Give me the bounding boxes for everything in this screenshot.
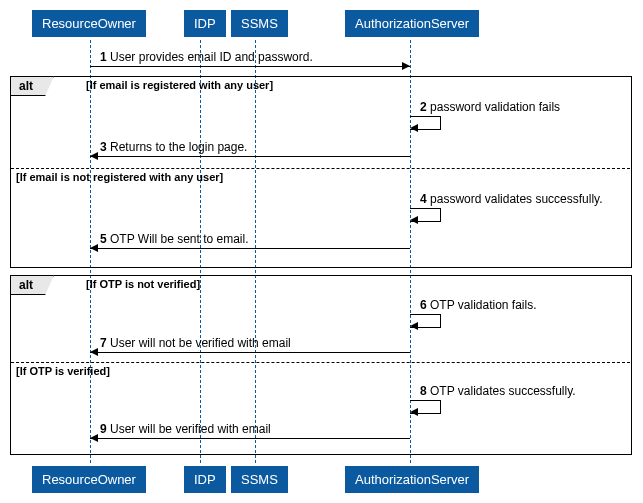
message-9-num: 9 bbox=[100, 422, 107, 436]
arrowhead-6 bbox=[410, 322, 418, 330]
message-8: 8 OTP validates successfully. bbox=[420, 384, 576, 398]
participant-ssms-top: SSMS bbox=[231, 10, 288, 37]
message-6-num: 6 bbox=[420, 298, 427, 312]
arrowhead-8 bbox=[410, 408, 418, 416]
arrow-7 bbox=[90, 352, 410, 353]
message-5: 5 OTP Will be sent to email. bbox=[100, 232, 249, 246]
participant-idp-top: IDP bbox=[184, 10, 226, 37]
participant-resourceowner-top: ResourceOwner bbox=[32, 10, 146, 37]
arrowhead-3 bbox=[90, 152, 98, 160]
message-2-text: password validation fails bbox=[430, 100, 560, 114]
message-7-num: 7 bbox=[100, 336, 107, 350]
arrow-1 bbox=[90, 66, 410, 67]
arrowhead-5 bbox=[90, 244, 98, 252]
guard-2a: [If OTP is not verified] bbox=[86, 278, 200, 290]
message-2: 2 password validation fails bbox=[420, 100, 560, 114]
alt-divider-1 bbox=[11, 168, 630, 169]
message-6: 6 OTP validation fails. bbox=[420, 298, 537, 312]
message-2-num: 2 bbox=[420, 100, 427, 114]
message-7-text: User will not be verified with email bbox=[110, 336, 291, 350]
participant-authorizationserver-bottom: AuthorizationServer bbox=[345, 466, 479, 493]
message-3-num: 3 bbox=[100, 140, 107, 154]
arrowhead-1 bbox=[402, 62, 410, 70]
message-4-text: password validates successfully. bbox=[430, 192, 603, 206]
participant-idp-bottom: IDP bbox=[184, 466, 226, 493]
arrowhead-2 bbox=[410, 124, 418, 132]
message-4: 4 password validates successfully. bbox=[420, 192, 603, 206]
arrowhead-7 bbox=[90, 348, 98, 356]
participant-authorizationserver-top: AuthorizationServer bbox=[345, 10, 479, 37]
message-5-num: 5 bbox=[100, 232, 107, 246]
arrowhead-4 bbox=[410, 216, 418, 224]
message-1-num: 1 bbox=[100, 50, 107, 64]
participant-ssms-bottom: SSMS bbox=[231, 466, 288, 493]
guard-2b: [If OTP is verified] bbox=[16, 365, 110, 377]
message-9: 9 User will be verified with email bbox=[100, 422, 271, 436]
guard-1a: [If email is registered with any user] bbox=[86, 79, 273, 91]
message-3-text: Returns to the login page. bbox=[110, 140, 247, 154]
alt-label-1: alt bbox=[10, 76, 54, 96]
message-5-text: OTP Will be sent to email. bbox=[110, 232, 249, 246]
arrow-3 bbox=[90, 156, 410, 157]
participant-resourceowner-bottom: ResourceOwner bbox=[32, 466, 146, 493]
alt-label-2: alt bbox=[10, 275, 54, 295]
arrow-9 bbox=[90, 438, 410, 439]
message-8-text: OTP validates successfully. bbox=[430, 384, 576, 398]
message-7: 7 User will not be verified with email bbox=[100, 336, 291, 350]
message-1-text: User provides email ID and password. bbox=[110, 50, 313, 64]
arrow-5 bbox=[90, 248, 410, 249]
sequence-diagram: ResourceOwner IDP SSMS AuthorizationServ… bbox=[10, 10, 633, 493]
message-1: 1 User provides email ID and password. bbox=[100, 50, 313, 64]
message-4-num: 4 bbox=[420, 192, 427, 206]
alt-divider-2 bbox=[11, 362, 630, 363]
message-9-text: User will be verified with email bbox=[110, 422, 271, 436]
message-6-text: OTP validation fails. bbox=[430, 298, 537, 312]
arrowhead-9 bbox=[90, 434, 98, 442]
guard-1b: [If email is not registered with any use… bbox=[16, 171, 223, 183]
message-8-num: 8 bbox=[420, 384, 427, 398]
message-3: 3 Returns to the login page. bbox=[100, 140, 247, 154]
